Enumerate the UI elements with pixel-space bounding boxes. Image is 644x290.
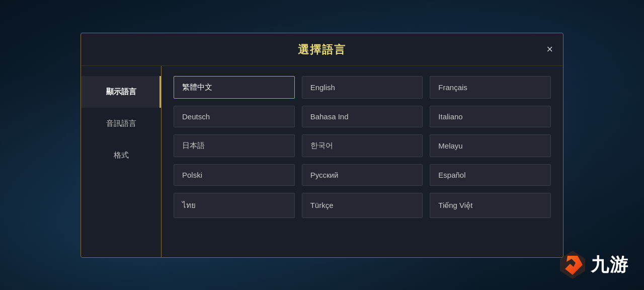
watermark-text: 九游 bbox=[591, 253, 629, 277]
modal-sidebar: 顯示語言音訊語言格式 bbox=[81, 66, 162, 257]
modal-body: 顯示語言音訊語言格式 繁體中文EnglishFrançaisDeutschBah… bbox=[81, 66, 563, 257]
lang-btn-fr[interactable]: Français bbox=[430, 76, 551, 99]
lang-btn-pl[interactable]: Polski bbox=[174, 164, 295, 186]
language-modal: 選擇語言 × 顯示語言音訊語言格式 繁體中文EnglishFrançaisDeu… bbox=[80, 33, 564, 258]
lang-btn-th[interactable]: ไทย bbox=[174, 193, 295, 218]
watermark: 九游 bbox=[557, 250, 629, 280]
lang-btn-ja[interactable]: 日本語 bbox=[174, 134, 295, 157]
lang-btn-tr[interactable]: Türkçe bbox=[302, 193, 423, 218]
lang-btn-ms[interactable]: Melayu bbox=[430, 134, 551, 157]
lang-btn-zh-tw[interactable]: 繁體中文 bbox=[174, 76, 295, 99]
sidebar-item-format[interactable]: 格式 bbox=[81, 139, 161, 171]
close-button[interactable]: × bbox=[546, 44, 553, 55]
lang-btn-it[interactable]: Italiano bbox=[430, 106, 551, 127]
modal-header: 選擇語言 × bbox=[81, 33, 563, 66]
lang-btn-id[interactable]: Bahasa Ind bbox=[302, 106, 423, 127]
sidebar-item-audio[interactable]: 音訊語言 bbox=[81, 108, 161, 139]
sidebar-item-display[interactable]: 顯示語言 bbox=[81, 76, 161, 108]
modal-title: 選擇語言 bbox=[298, 42, 346, 57]
lang-btn-ko[interactable]: 한국어 bbox=[302, 134, 423, 157]
modal-overlay: 選擇語言 × 顯示語言音訊語言格式 繁體中文EnglishFrançaisDeu… bbox=[0, 0, 644, 290]
lang-btn-en[interactable]: English bbox=[302, 76, 423, 99]
lang-btn-es[interactable]: Español bbox=[430, 164, 551, 186]
lang-btn-vi[interactable]: Tiếng Việt bbox=[430, 193, 551, 218]
modal-content: 繁體中文EnglishFrançaisDeutschBahasa IndItal… bbox=[162, 66, 563, 257]
lang-btn-de[interactable]: Deutsch bbox=[174, 106, 295, 127]
language-grid: 繁體中文EnglishFrançaisDeutschBahasa IndItal… bbox=[174, 76, 551, 218]
lang-btn-ru[interactable]: Русский bbox=[302, 164, 423, 186]
